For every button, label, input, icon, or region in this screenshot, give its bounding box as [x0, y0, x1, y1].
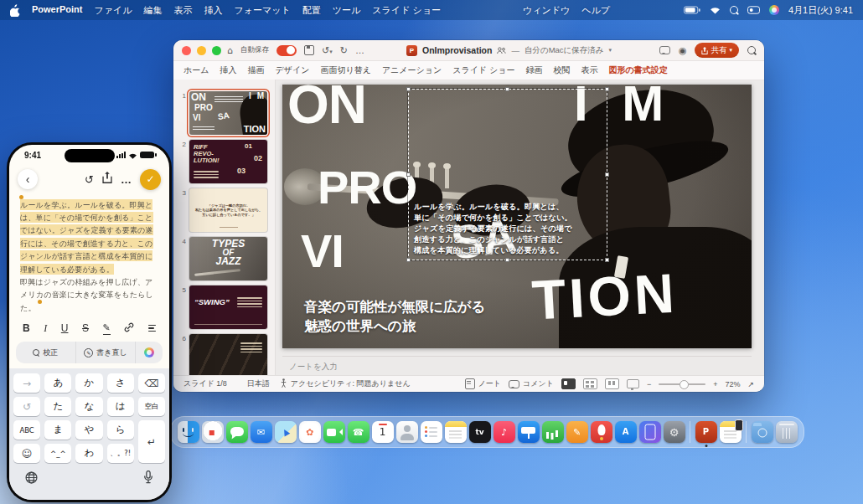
key-a[interactable]: あ: [44, 373, 71, 393]
zoom-out-button[interactable]: −: [647, 380, 651, 388]
key-ka[interactable]: か: [75, 373, 102, 393]
undo-button[interactable]: ↺: [85, 173, 94, 186]
dock-maps[interactable]: ▲: [275, 421, 297, 443]
reading-view-button[interactable]: [605, 378, 619, 389]
tab-draw[interactable]: 描画: [247, 64, 264, 76]
tab-insert[interactable]: 挿入: [220, 64, 236, 76]
resize-handle[interactable]: [505, 87, 509, 91]
resize-handle[interactable]: [605, 258, 609, 262]
battery-icon[interactable]: [684, 6, 700, 14]
menu-arrange[interactable]: 配置: [302, 4, 321, 17]
dock-safari[interactable]: ◆: [202, 421, 224, 443]
resize-handle[interactable]: [406, 172, 411, 177]
key-abc[interactable]: ABC: [13, 420, 40, 440]
resize-handle[interactable]: [406, 258, 411, 262]
back-button[interactable]: ‹: [18, 169, 38, 189]
text-box-content[interactable]: ルールを学ぶ。ルールを破る。即興とは、 単に「その場で何かを創る」ことではない。…: [414, 203, 572, 255]
document-title[interactable]: OnImprovisation: [422, 45, 492, 55]
redo-button[interactable]: ↻: [340, 45, 348, 56]
tab-view[interactable]: 表示: [581, 64, 597, 76]
tab-animations[interactable]: アニメーション: [382, 64, 442, 76]
key-wa[interactable]: わ: [75, 444, 102, 463]
zoom-slider-knob[interactable]: [680, 380, 689, 389]
dock-finder[interactable]: [178, 421, 199, 443]
selected-text-box[interactable]: ↻ ルールを学ぶ。ルールを破る。即興とは、 単に「その場で何かを創る」ことではな…: [408, 89, 607, 260]
slide-thumbnail-6[interactable]: [189, 334, 267, 375]
dock-calendar[interactable]: 1: [372, 421, 394, 443]
key-sa[interactable]: さ: [107, 373, 134, 393]
slideshow-view-button[interactable]: [627, 379, 639, 388]
dock-appstore[interactable]: A: [615, 421, 637, 443]
globe-key[interactable]: [25, 471, 38, 487]
language-indicator[interactable]: 日本語: [247, 378, 270, 389]
menu-view[interactable]: 表示: [174, 4, 193, 17]
wifi-icon[interactable]: [710, 6, 721, 14]
undo-button[interactable]: ↺▾: [322, 45, 333, 56]
tab-design[interactable]: デザイン: [275, 64, 309, 76]
dock-numbers[interactable]: [542, 421, 564, 443]
resize-handle[interactable]: [605, 172, 609, 177]
apple-logo-icon[interactable]: [10, 4, 20, 17]
slide-thumbnail-panel[interactable]: 1 ON I M PRO VI SA TION 2 RI: [173, 80, 276, 375]
italic-button[interactable]: I: [44, 322, 47, 335]
dictation-key[interactable]: [143, 471, 153, 487]
normal-view-button[interactable]: [561, 378, 576, 389]
resize-handle[interactable]: [605, 87, 609, 91]
menu-tools[interactable]: ツール: [333, 4, 361, 17]
selection-handle-start[interactable]: [19, 195, 23, 199]
minimize-button[interactable]: [197, 46, 206, 55]
tab-home[interactable]: ホーム: [183, 64, 209, 76]
slide-thumbnail-2[interactable]: RIFF REVO- LUTION! 01 02 03: [189, 140, 267, 183]
zoom-button[interactable]: [212, 46, 221, 55]
key-kaomoji[interactable]: ^_^: [44, 444, 71, 463]
memo-paragraph[interactable]: 即興はジャズの枠組みを押し広げ、アメリカの音楽に大きな変革をもたらした。: [20, 276, 158, 315]
record-icon[interactable]: ◉: [679, 45, 687, 56]
accessibility-status[interactable]: アクセシビリティ: 問題ありません: [291, 378, 411, 389]
tab-transitions[interactable]: 画面切り替え: [320, 64, 370, 76]
list-format-button[interactable]: [148, 325, 156, 332]
dock-iphone-mirroring[interactable]: [639, 421, 661, 443]
dock-contacts[interactable]: [396, 421, 418, 443]
menu-window[interactable]: ウィンドウ: [523, 4, 570, 17]
collaborators-icon[interactable]: [497, 43, 506, 58]
dock-phone[interactable]: ☎: [348, 421, 369, 443]
key-na[interactable]: な: [75, 397, 102, 416]
autosave-toggle[interactable]: [276, 45, 297, 56]
dock-pages[interactable]: ✎: [566, 421, 588, 443]
key-emoji[interactable]: ☺: [13, 444, 40, 463]
comments-icon[interactable]: [659, 46, 670, 54]
slide-caption[interactable]: 音楽の可能性が無限に広がる 魅惑の世界への旅: [304, 297, 485, 336]
tab-slideshow[interactable]: スライド ショー: [452, 64, 514, 76]
key-ra[interactable]: ら: [107, 420, 134, 440]
key-ta[interactable]: た: [44, 397, 71, 416]
notes-pane[interactable]: ノートを入力: [282, 356, 752, 377]
slide-thumbnail-3[interactable]: 「ジャズは一種の言語だ。 私たちは楽器の音を声として出しながら、 互いに話し合っ…: [189, 188, 267, 232]
dock-notes[interactable]: [445, 421, 467, 443]
rewrite-button[interactable]: ✎ 書き直し: [75, 342, 136, 363]
link-button[interactable]: [124, 321, 134, 336]
dock-reminders[interactable]: [421, 421, 442, 443]
fit-slide-button[interactable]: ↗: [747, 380, 754, 388]
underline-button[interactable]: U: [61, 322, 69, 334]
key-undo[interactable]: ↺: [13, 397, 40, 416]
dock-messages[interactable]: [226, 421, 248, 443]
key-cursor[interactable]: →: [13, 373, 40, 393]
done-button[interactable]: ✓: [140, 169, 161, 190]
comment-icon[interactable]: [509, 380, 519, 388]
save-icon[interactable]: [304, 45, 314, 55]
key-delete[interactable]: ⌫: [138, 373, 165, 393]
key-ma[interactable]: ま: [44, 420, 71, 440]
comments-toggle[interactable]: コメント: [523, 378, 554, 389]
slide-thumbnail-1[interactable]: ON I M PRO VI SA TION: [189, 91, 267, 135]
menu-insert[interactable]: 挿入: [204, 4, 223, 17]
more-button[interactable]: …: [121, 173, 132, 186]
menu-help[interactable]: ヘルプ: [581, 4, 610, 17]
selected-text[interactable]: ルールを学ぶ。ルールを破る。即興とは、単に「その場で何かを創る」ことではない。ジ…: [20, 199, 153, 275]
share-icon[interactable]: [102, 172, 112, 187]
key-ya[interactable]: や: [75, 420, 102, 440]
home-icon[interactable]: ⌂: [227, 45, 233, 56]
dock-trash[interactable]: [776, 421, 798, 443]
notes-placeholder[interactable]: ノートを入力: [289, 362, 338, 373]
dock-facetime[interactable]: [323, 421, 345, 443]
slide-sorter-view-button[interactable]: [583, 378, 597, 389]
